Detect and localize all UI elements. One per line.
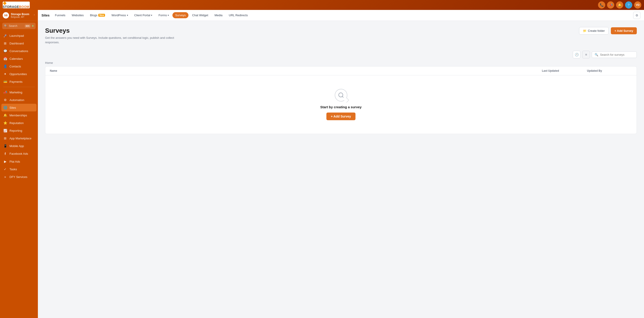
svg-point-0 [338, 93, 343, 97]
funnels-label: Funnels [55, 14, 65, 17]
page-subtitle: Get the answers you need with Surveys. I… [45, 36, 180, 45]
logo-area: 🔶 STORAGEBOOM [3, 2, 30, 8]
sidebar-item-automation[interactable]: ⚙ Automation [0, 96, 38, 104]
nav-forms[interactable]: Forms ▾ [156, 12, 172, 18]
create-folder-button[interactable]: 📁 Create folder [579, 27, 608, 35]
account-location: Belgrade, MT [11, 16, 32, 18]
sidebar: SB Storage Boom Belgrade, MT ⌃ 🔍 Search … [0, 10, 38, 318]
clock-view-button[interactable]: 🕐 [573, 51, 580, 58]
plai-ads-icon: ▶ [3, 160, 7, 163]
sidebar-item-sites[interactable]: 🌐 Sites [1, 104, 36, 111]
forms-chevron-icon: ▾ [168, 14, 169, 17]
conversations-icon: 💬 [3, 49, 7, 53]
account-switcher[interactable]: SB Storage Boom Belgrade, MT ⌃ [0, 10, 38, 21]
sidebar-item-mobile-app[interactable]: 📱 Mobile App [0, 142, 38, 150]
list-icon: ≡ [585, 53, 587, 56]
sidebar-item-label: Tasks [10, 168, 17, 171]
nav-url-redirects[interactable]: URL Redirects [226, 12, 250, 18]
settings-gear-button[interactable]: ⚙ [633, 12, 640, 19]
nav-client-portal[interactable]: Client Portal ▾ [132, 12, 155, 18]
sidebar-item-label: DFY Services [10, 175, 27, 179]
nav-chat-widget[interactable]: Chat Widget [189, 12, 211, 18]
memberships-icon: 🔔 [3, 113, 7, 117]
empty-state: Start by creating a survey + Add Survey [45, 75, 636, 134]
wordpress-label: WordPress [111, 14, 126, 17]
surveys-label: Surveys [175, 14, 186, 17]
page-body: Surveys Get the answers you need with Su… [38, 21, 644, 318]
secondary-nav: Sites Funnels Websites Blogs New WordPre… [38, 10, 644, 21]
table-header: Name Last Updated Updated By [45, 67, 636, 75]
nav-surveys[interactable]: Surveys [172, 12, 188, 18]
gear-icon: ⚙ [636, 14, 638, 17]
megaphone-button[interactable]: 📣 [607, 1, 614, 9]
clock-icon: 🕐 [575, 53, 579, 56]
folder-icon: 📁 [583, 29, 586, 33]
survey-table: Name Last Updated Updated By Start by cr… [45, 66, 637, 134]
col-last-updated: Last Updated [542, 69, 587, 72]
tasks-icon: ✓ [3, 167, 7, 171]
bell-button[interactable]: 🔔 [616, 1, 623, 9]
toolbar: 🕐 ≡ 🔍 [45, 51, 637, 58]
sidebar-item-label: Facebook Ads [10, 152, 28, 155]
app-body: SB Storage Boom Belgrade, MT ⌃ 🔍 Search … [0, 10, 644, 318]
survey-search-box[interactable]: 🔍 [592, 52, 637, 58]
automation-icon: ⚙ [3, 98, 7, 102]
sidebar-item-dfy-services[interactable]: » DFY Services [0, 173, 38, 181]
search-plus-icon: + [32, 24, 34, 28]
sites-icon: 🌐 [3, 106, 7, 109]
client-portal-chevron-icon: ▾ [151, 14, 152, 17]
sidebar-item-conversations[interactable]: 💬 Conversations [0, 47, 38, 55]
app-marketplace-icon: ⊞ [3, 136, 7, 140]
sidebar-item-contacts[interactable]: 👤 Contacts [0, 63, 38, 70]
sidebar-item-label: Contacts [10, 65, 21, 68]
nav-wordpress[interactable]: WordPress ▾ [109, 12, 130, 18]
facebook-ads-icon: f [3, 152, 7, 156]
sidebar-item-dashboard[interactable]: ⊞ Dashboard [0, 40, 38, 47]
launchpad-icon: 🚀 [3, 34, 7, 38]
sidebar-item-label: Reporting [10, 129, 22, 132]
search-input[interactable] [600, 53, 634, 56]
help-button[interactable]: ? [625, 1, 632, 9]
nav-divider [3, 87, 35, 87]
sidebar-item-reputation[interactable]: ⭐ Reputation [0, 119, 38, 127]
blogs-new-badge: New [98, 14, 105, 17]
sidebar-item-reporting[interactable]: 📈 Reporting [0, 127, 38, 134]
dashboard-icon: ⊞ [3, 42, 7, 45]
user-avatar[interactable]: VD [634, 1, 641, 9]
sidebar-item-opportunities[interactable]: ✦ Opportunities [0, 70, 38, 78]
sidebar-item-label: Reputation [10, 121, 24, 125]
sidebar-item-facebook-ads[interactable]: f Facebook Ads [0, 150, 38, 158]
dfy-services-icon: » [3, 175, 7, 179]
nav-websites[interactable]: Websites [69, 12, 86, 18]
nav-media[interactable]: Media [212, 12, 225, 18]
empty-state-title: Start by creating a survey [320, 105, 362, 109]
nav-funnels[interactable]: Funnels [52, 12, 68, 18]
sidebar-item-tasks[interactable]: ✓ Tasks [0, 165, 38, 173]
sidebar-item-memberships[interactable]: 🔔 Memberships [0, 111, 38, 119]
chat-widget-label: Chat Widget [192, 14, 208, 17]
empty-add-survey-button[interactable]: + Add Survey [326, 113, 356, 120]
sidebar-item-label: Conversations [10, 49, 28, 53]
top-bar: 🔶 STORAGEBOOM 📞 📣 🔔 ? VD [0, 0, 644, 10]
sidebar-item-label: Opportunities [10, 72, 27, 76]
websites-label: Websites [72, 14, 84, 17]
empty-add-survey-label: + Add Survey [331, 115, 351, 118]
nav-blogs[interactable]: Blogs New [87, 12, 108, 18]
sidebar-item-marketing[interactable]: 📣 Marketing [0, 88, 38, 96]
sidebar-item-plai-ads[interactable]: ▶ Plai Ads [0, 158, 38, 165]
sidebar-search[interactable]: 🔍 Search ⌘K + [2, 23, 36, 29]
payments-icon: 💳 [3, 80, 7, 84]
sidebar-item-label: Sites [10, 106, 16, 109]
sidebar-item-calendars[interactable]: 📅 Calendars [0, 55, 38, 63]
page-header-actions: 📁 Create folder + Add Survey [579, 27, 637, 35]
empty-state-icon [335, 89, 347, 102]
sidebar-item-launchpad[interactable]: 🚀 Launchpad [0, 32, 38, 40]
sidebar-item-app-marketplace[interactable]: ⊞ App Marketplace [0, 134, 38, 142]
list-view-button[interactable]: ≡ [582, 51, 590, 58]
sidebar-item-label: Calendars [10, 57, 23, 61]
page-title: Surveys [45, 27, 180, 34]
phone-button[interactable]: 📞 [598, 1, 605, 9]
sidebar-item-payments[interactable]: 💳 Payments [0, 78, 38, 86]
add-survey-button[interactable]: + Add Survey [611, 27, 637, 34]
app-logo: 🔶 STORAGEBOOM [3, 2, 30, 8]
